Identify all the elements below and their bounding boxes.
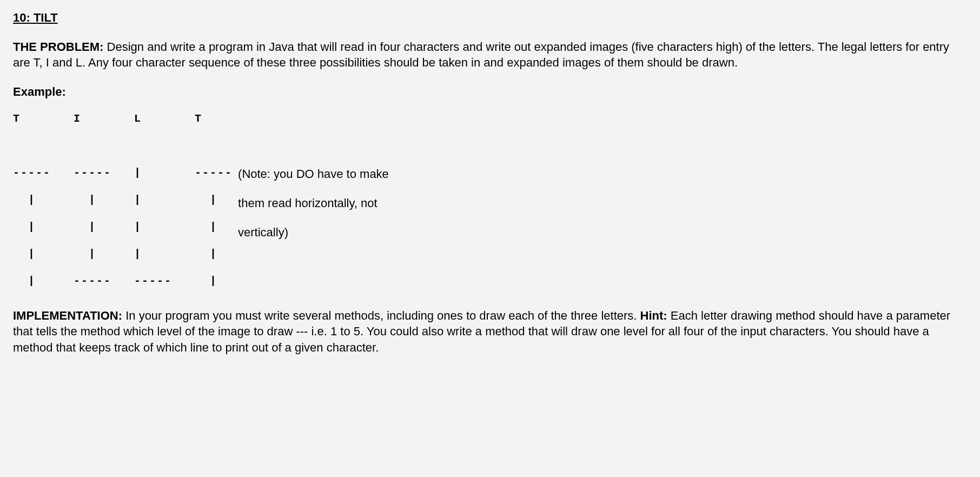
ascii-art: T I L T ----- ----- | ----- | | | | | | … (13, 105, 233, 295)
problem-section: THE PROBLEM: Design and write a program … (13, 39, 967, 71)
implementation-section: IMPLEMENTATION: In your program you must… (13, 308, 967, 356)
note-line: vertically) (238, 218, 389, 247)
problem-label: THE PROBLEM: (13, 40, 103, 54)
note-line: them read horizontally, not (238, 189, 389, 218)
note-line: (Note: you DO have to make (238, 160, 389, 189)
implementation-text-1: In your program you must write several m… (122, 309, 640, 322)
example-note: (Note: you DO have to make them read hor… (233, 105, 389, 247)
implementation-label: IMPLEMENTATION: (13, 309, 122, 322)
example-label: Example: (13, 84, 967, 100)
problem-text: Design and write a program in Java that … (13, 40, 949, 70)
page-title: 10: TILT (13, 10, 967, 26)
hint-label: Hint: (640, 309, 667, 322)
example-area: T I L T ----- ----- | ----- | | | | | | … (13, 105, 967, 295)
example-section: Example: T I L T ----- ----- | ----- | |… (13, 84, 967, 295)
